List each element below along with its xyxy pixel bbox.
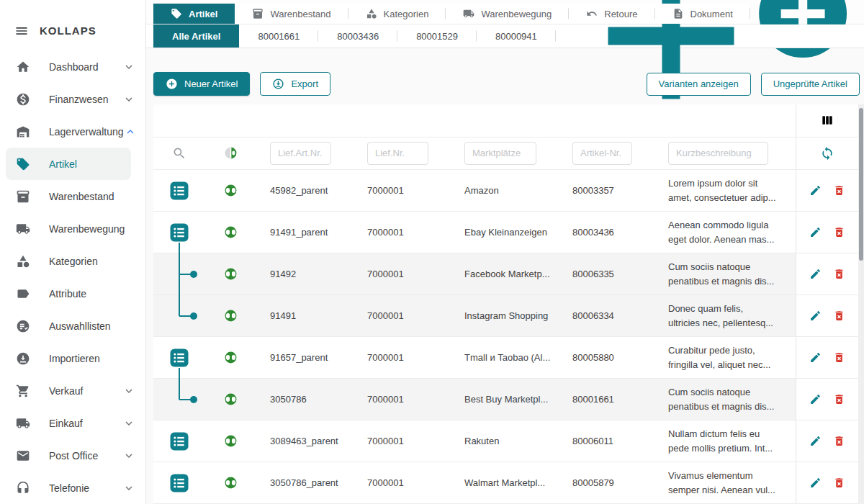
cell-typ xyxy=(153,253,205,294)
table-row[interactable]: 914917000001Instagram Shopping80006334Do… xyxy=(153,295,864,337)
hamburger-menu-button[interactable] xyxy=(14,24,29,38)
entity-tab-80001529[interactable]: 80001529 xyxy=(397,24,477,48)
tab-label: Dokument xyxy=(690,9,733,19)
cell-lief-nr: 7000001 xyxy=(353,379,450,420)
entity-tab-80000941[interactable]: 80000941 xyxy=(477,24,556,48)
chevron-down-icon xyxy=(122,482,135,495)
tab-kategorien[interactable]: Kategorien xyxy=(348,4,446,24)
content: Neuer Artikel Export Varianten anzeigen … xyxy=(146,48,864,504)
table-row[interactable]: 30507867000001Best Buy Marketpl...800016… xyxy=(153,379,864,420)
cell-actions xyxy=(796,379,864,420)
aktiv-filter-toggle[interactable] xyxy=(224,146,238,160)
table-row[interactable]: 3050786_parent7000001Walmart Marketpl...… xyxy=(153,462,864,504)
delete-row-button[interactable] xyxy=(833,226,845,238)
table-row[interactable]: 914927000001Facebook Marketp...80006335C… xyxy=(153,253,864,295)
table-row[interactable]: 91657_parent7000001Tmall и Taobao (Al...… xyxy=(153,337,864,379)
edit-row-button[interactable] xyxy=(809,351,822,364)
cell-marktplatz: Instagram Shopping xyxy=(450,295,558,336)
sidebar: KOLLAPS DashboardFinanzwesenLagerverwalt… xyxy=(0,0,146,504)
table-row[interactable]: 45982_parent7000001Amazon80003357Lorem i… xyxy=(153,170,864,212)
sidebar-item-artikel[interactable]: Artikel xyxy=(6,148,131,180)
table-filter-row xyxy=(153,138,864,171)
column-settings-button[interactable] xyxy=(820,113,834,127)
refresh-button[interactable] xyxy=(820,146,834,161)
sidebar-item-verkauf[interactable]: Verkauf xyxy=(0,374,145,407)
edit-row-button[interactable] xyxy=(809,393,822,405)
export-button[interactable]: Export xyxy=(260,72,330,96)
active-status-icon xyxy=(224,184,238,197)
cell-artikel-nr: 80005880 xyxy=(558,337,654,378)
edit-row-button[interactable] xyxy=(809,268,822,280)
entity-tab-80003436[interactable]: 80003436 xyxy=(318,24,397,48)
cell-actions xyxy=(796,253,864,294)
edit-row-button[interactable] xyxy=(809,477,822,489)
sidebar-item-kategorien[interactable]: Kategorien xyxy=(0,245,145,277)
cell-lief-art-nr: 3050786 xyxy=(256,379,353,420)
edit-row-button[interactable] xyxy=(809,226,822,238)
cell-lief-art-nr: 3050786_parent xyxy=(256,462,353,503)
delete-row-button[interactable] xyxy=(833,310,845,322)
sidebar-item-label: Auswahllisten xyxy=(49,320,111,332)
tree-child-dot xyxy=(190,312,197,320)
delete-row-button[interactable] xyxy=(833,435,845,447)
new-article-button[interactable]: Neuer Artikel xyxy=(153,72,250,96)
entity-tab-80001661[interactable]: 80001661 xyxy=(239,24,318,48)
app-window: { "brand": { "name": "KOLLAPS" }, "color… xyxy=(0,0,864,504)
sidebar-item-warenbewegung[interactable]: Warenbewegung xyxy=(0,212,145,245)
tab-artikel[interactable]: Artikel xyxy=(153,4,235,24)
sidebar-item-auswahllisten[interactable]: Auswahllisten xyxy=(0,310,145,342)
delete-row-button[interactable] xyxy=(833,477,845,489)
cell-lief-nr: 7000001 xyxy=(353,420,450,462)
article-type-list-icon xyxy=(168,472,190,494)
edit-row-button[interactable] xyxy=(809,184,822,197)
tab-retoure[interactable]: Retoure xyxy=(569,4,654,24)
table-row[interactable]: 3089463_parent7000001Rakuten80006011Null… xyxy=(153,420,864,462)
cell-typ xyxy=(153,379,205,420)
entity-tab-alle-artikel[interactable]: Alle Artikel xyxy=(153,24,239,48)
unchecked-articles-button[interactable]: Ungeprüfte Artikel xyxy=(761,73,860,96)
cell-kurzbeschreibung: Vivamus elementumsemper nisi. Aenean vul… xyxy=(654,462,796,503)
sidebar-item-lagerverwaltung[interactable]: Lagerverwaltung xyxy=(0,115,145,148)
article-type-list-icon xyxy=(168,222,190,243)
sidebar-item-finanzwesen[interactable]: Finanzwesen xyxy=(0,83,145,115)
scrollbar-thumb[interactable] xyxy=(859,108,863,261)
cell-kurzbeschreibung: Lorem ipsum dolor sitamet, consectetuer … xyxy=(654,170,796,211)
sidebar-item-importieren[interactable]: Importieren xyxy=(0,342,145,374)
edit-row-button[interactable] xyxy=(809,310,822,322)
filter-artikel-nr-input[interactable] xyxy=(572,142,632,165)
cell-lief-nr: 7000001 xyxy=(353,253,450,294)
sidebar-item-dashboard[interactable]: Dashboard xyxy=(0,50,145,83)
sidebar-item-telefonie[interactable]: Telefonie xyxy=(0,472,145,504)
filter-marktplaetze-input[interactable] xyxy=(464,142,536,165)
cell-marktplatz: Facebook Marketp... xyxy=(450,253,558,294)
table-row[interactable]: 91491_parent7000001Ebay Kleinanzeigen800… xyxy=(153,212,864,253)
table-header-row xyxy=(153,104,864,138)
filter-lief-nr-input[interactable] xyxy=(367,142,428,165)
sidebar-nav: DashboardFinanzwesenLagerverwaltungArtik… xyxy=(0,40,145,504)
filter-lief-art-nr-input[interactable] xyxy=(270,142,331,165)
delete-row-button[interactable] xyxy=(833,184,845,197)
active-status-icon xyxy=(224,476,238,490)
show-variants-button[interactable]: Varianten anzeigen xyxy=(647,73,751,96)
edit-row-button[interactable] xyxy=(809,435,822,447)
filter-kurzbeschreibung-input[interactable] xyxy=(668,142,768,165)
sidebar-item-post-office[interactable]: Post Office xyxy=(0,439,145,472)
typ-search-button[interactable] xyxy=(172,146,186,161)
entity-tabs: Alle Artikel8000166180003436800015298000… xyxy=(153,24,556,48)
tab-warenbewegung[interactable]: Warenbewegung xyxy=(446,4,569,24)
delete-row-button[interactable] xyxy=(833,393,845,405)
sidebar-item-label: Kategorien xyxy=(49,256,98,267)
sidebar-item-einkauf[interactable]: Einkauf xyxy=(0,407,145,439)
delete-row-button[interactable] xyxy=(833,268,845,280)
sidebar-item-warenbestand[interactable]: Warenbestand xyxy=(0,180,145,212)
tab-warenbestand[interactable]: Warenbestand xyxy=(235,4,348,24)
tab-dokument[interactable]: Dokument xyxy=(655,4,750,24)
cell-aktiv xyxy=(205,253,256,294)
sidebar-item-attribute[interactable]: Attribute xyxy=(0,277,145,310)
column-header-lief-nr xyxy=(353,104,450,137)
cell-marktplatz: Ebay Kleinanzeigen xyxy=(450,212,558,253)
brand: KOLLAPS xyxy=(0,22,145,40)
cell-marktplatz: Walmart Marketpl... xyxy=(450,462,558,503)
delete-row-button[interactable] xyxy=(833,351,845,364)
mail-icon xyxy=(16,449,30,463)
